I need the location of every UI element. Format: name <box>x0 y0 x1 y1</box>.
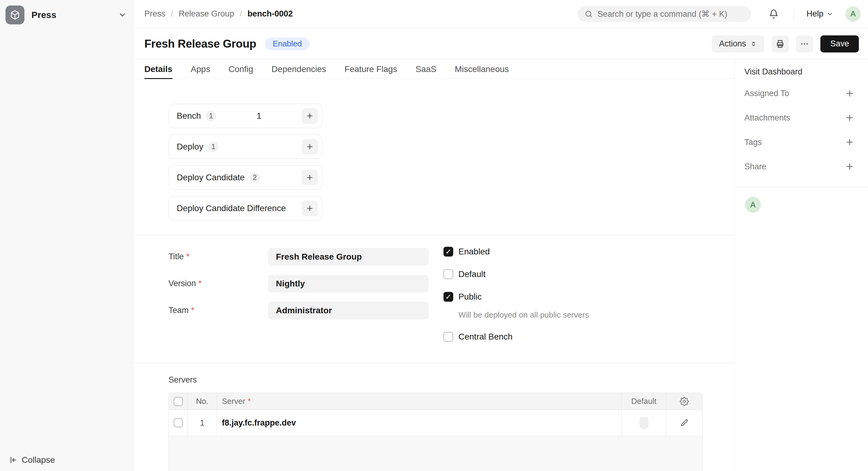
add-deploy-candidate-difference-button[interactable] <box>302 200 318 216</box>
ellipsis-icon <box>800 39 809 48</box>
enabled-checkbox-label: Enabled <box>458 247 490 257</box>
add-deploy-candidate-button[interactable] <box>302 170 318 186</box>
tab-details[interactable]: Details <box>144 60 173 79</box>
bench-card-label: Bench <box>177 111 201 121</box>
main-content: Details Apps Config Dependencies Feature… <box>134 60 735 471</box>
visit-dashboard-link[interactable]: Visit Dashboard <box>735 62 868 81</box>
deploy-candidate-count-badge: 2 <box>250 172 260 183</box>
header-actions: Actions Save <box>712 35 859 53</box>
actions-label: Actions <box>719 39 746 48</box>
press-cube-icon <box>5 5 24 24</box>
row-checkbox[interactable] <box>174 418 183 427</box>
edit-row-pencil-icon[interactable] <box>680 418 689 427</box>
plus-icon <box>306 174 314 181</box>
notifications-bell-icon[interactable] <box>769 9 779 19</box>
form-fields: Title* Fresh Release Group Version* Nigh… <box>168 248 429 329</box>
team-field-row: Team* Administrator <box>168 302 429 319</box>
public-checkbox-help: Will be deployed on all public servers <box>458 310 589 320</box>
chevron-down-icon <box>827 11 833 18</box>
required-marker: * <box>248 397 251 406</box>
required-marker: * <box>186 252 189 261</box>
select-all-checkbox[interactable] <box>174 397 183 406</box>
tab-bar: Details Apps Config Dependencies Feature… <box>134 60 735 79</box>
version-field[interactable]: Nightly <box>268 275 429 293</box>
servers-table: No. Server* Default 1 f8.jay.fc.frappe.d… <box>168 393 703 471</box>
share-label: Share <box>744 162 766 171</box>
add-tag-button[interactable] <box>845 137 855 147</box>
plus-icon <box>845 137 855 147</box>
central-bench-checkbox-label: Central Bench <box>458 332 513 342</box>
tab-apps[interactable]: Apps <box>191 60 210 79</box>
add-bench-button[interactable] <box>302 108 318 124</box>
breadcrumb: Press / Release Group / bench-0002 <box>144 9 293 19</box>
add-share-button[interactable] <box>845 162 855 171</box>
default-checkbox[interactable] <box>443 269 453 279</box>
chevron-up-down-icon <box>750 41 757 47</box>
search-input[interactable]: Search or type a command (⌘ + K) <box>578 6 751 22</box>
breadcrumb-release-group[interactable]: Release Group <box>179 9 235 19</box>
default-cell-checkbox[interactable] <box>640 417 648 429</box>
enabled-checkbox-row[interactable]: Enabled <box>443 247 589 257</box>
row-number: 1 <box>188 410 217 436</box>
public-checkbox-row[interactable]: Public <box>443 292 589 302</box>
bench-card-value: 1 <box>216 111 302 121</box>
help-menu[interactable]: Help <box>806 9 833 19</box>
required-marker: * <box>198 279 202 288</box>
bench-card[interactable]: Bench 1 1 <box>168 104 322 128</box>
chevron-down-icon <box>118 11 127 19</box>
tab-saas[interactable]: SaaS <box>415 60 436 79</box>
topbar: Press / Release Group / bench-0002 Searc… <box>134 0 868 28</box>
server-name-cell[interactable]: f8.jay.fc.frappe.dev <box>217 410 622 436</box>
breadcrumb-separator: / <box>240 9 242 19</box>
version-field-row: Version* Nightly <box>168 275 429 293</box>
tab-feature-flags[interactable]: Feature Flags <box>345 60 397 79</box>
breadcrumb-press[interactable]: Press <box>144 9 165 19</box>
breadcrumb-separator: / <box>171 9 173 19</box>
plus-icon <box>306 143 314 151</box>
server-table-row[interactable]: 1 f8.jay.fc.frappe.dev <box>169 410 702 436</box>
status-badge: Enabled <box>265 37 310 51</box>
add-attachment-button[interactable] <box>845 113 855 123</box>
team-field[interactable]: Administrator <box>268 302 429 319</box>
deploy-candidate-card[interactable]: Deploy Candidate 2 <box>168 165 322 190</box>
tags-label: Tags <box>744 138 762 147</box>
document-header: Fresh Release Group Enabled Actions Save <box>134 28 868 60</box>
deploy-card[interactable]: Deploy 1 <box>168 135 322 159</box>
title-field[interactable]: Fresh Release Group <box>268 248 429 266</box>
add-assignment-button[interactable] <box>845 89 855 98</box>
tab-config[interactable]: Config <box>228 60 253 79</box>
save-button[interactable]: Save <box>820 35 859 53</box>
linked-document-cards: Bench 1 1 Deploy 1 Deploy Candidate 2 De… <box>168 104 735 221</box>
central-bench-checkbox-row[interactable]: Central Bench <box>443 332 589 342</box>
default-checkbox-row[interactable]: Default <box>443 269 589 279</box>
table-settings-gear-icon[interactable] <box>680 397 689 406</box>
deploy-candidate-difference-card[interactable]: Deploy Candidate Difference <box>168 196 322 221</box>
required-marker: * <box>191 306 194 315</box>
more-options-button[interactable] <box>796 35 813 53</box>
workspace-switcher[interactable]: Press <box>5 5 127 25</box>
user-avatar[interactable]: A <box>845 6 861 22</box>
deploy-candidate-card-label: Deploy Candidate <box>177 173 245 182</box>
tab-miscellaneous[interactable]: Miscellaneous <box>455 60 509 79</box>
add-deploy-button[interactable] <box>302 139 318 155</box>
bench-count-badge: 1 <box>206 111 216 121</box>
enabled-checkbox[interactable] <box>443 247 453 257</box>
team-field-label: Team* <box>168 302 268 319</box>
topbar-divider <box>794 7 794 21</box>
tab-dependencies[interactable]: Dependencies <box>272 60 326 79</box>
public-checkbox-label: Public <box>458 292 482 302</box>
plus-icon <box>845 162 855 171</box>
search-placeholder: Search or type a command (⌘ + K) <box>597 9 727 19</box>
central-bench-checkbox[interactable] <box>443 332 453 342</box>
collapse-sidebar-button[interactable]: Collapse <box>9 454 55 466</box>
title-field-label: Title* <box>168 248 268 266</box>
attachments-row: Attachments <box>735 106 868 130</box>
actions-dropdown-button[interactable]: Actions <box>712 35 765 53</box>
deploy-count-badge: 1 <box>208 141 219 152</box>
topbar-right: Search or type a command (⌘ + K) Help A <box>578 6 861 22</box>
servers-section-label: Servers <box>168 375 735 385</box>
public-checkbox[interactable] <box>443 292 453 302</box>
viewer-avatar: A <box>745 197 761 213</box>
workspace-name: Press <box>31 10 57 20</box>
print-button[interactable] <box>772 35 789 53</box>
